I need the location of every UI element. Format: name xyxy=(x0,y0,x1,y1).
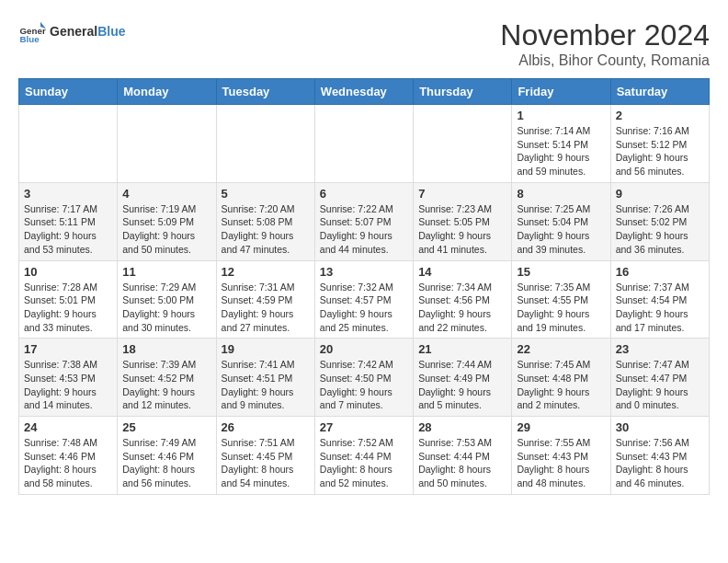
date-number: 5 xyxy=(222,187,310,201)
calendar-cell: 27Sunrise: 7:52 AM Sunset: 4:44 PM Dayli… xyxy=(314,417,413,495)
date-number: 15 xyxy=(517,265,605,279)
cell-info: Sunrise: 7:39 AM Sunset: 4:52 PM Dayligh… xyxy=(122,358,210,412)
calendar-cell: 25Sunrise: 7:49 AM Sunset: 4:46 PM Dayli… xyxy=(118,417,216,495)
date-number: 26 xyxy=(222,420,310,434)
date-number: 19 xyxy=(222,342,310,356)
date-number: 3 xyxy=(24,187,112,201)
day-header-saturday: Saturday xyxy=(610,79,709,105)
calendar-cell: 20Sunrise: 7:42 AM Sunset: 4:50 PM Dayli… xyxy=(314,339,413,417)
cell-info: Sunrise: 7:25 AM Sunset: 5:04 PM Dayligh… xyxy=(517,202,605,257)
calendar-cell: 26Sunrise: 7:51 AM Sunset: 4:45 PM Dayli… xyxy=(216,417,314,495)
calendar-cell: 29Sunrise: 7:55 AM Sunset: 4:43 PM Dayli… xyxy=(512,417,610,495)
page-title: November 2024 xyxy=(500,18,710,52)
header: General Blue GeneralBlue November 2024 A… xyxy=(18,18,710,69)
cell-info: Sunrise: 7:22 AM Sunset: 5:07 PM Dayligh… xyxy=(320,202,408,257)
date-number: 27 xyxy=(320,420,408,434)
calendar-cell: 5Sunrise: 7:20 AM Sunset: 5:08 PM Daylig… xyxy=(216,182,314,260)
calendar-cell: 7Sunrise: 7:23 AM Sunset: 5:05 PM Daylig… xyxy=(414,182,512,260)
date-number: 2 xyxy=(616,109,704,122)
calendar-cell: 1Sunrise: 7:14 AM Sunset: 5:14 PM Daylig… xyxy=(512,105,610,183)
calendar-cell: 15Sunrise: 7:35 AM Sunset: 4:55 PM Dayli… xyxy=(512,260,610,339)
cell-info: Sunrise: 7:23 AM Sunset: 5:05 PM Dayligh… xyxy=(418,202,506,257)
calendar-cell xyxy=(314,105,413,183)
day-header-sunday: Sunday xyxy=(19,79,118,105)
cell-info: Sunrise: 7:47 AM Sunset: 4:47 PM Dayligh… xyxy=(616,358,704,412)
date-number: 9 xyxy=(616,187,704,201)
calendar-cell: 11Sunrise: 7:29 AM Sunset: 5:00 PM Dayli… xyxy=(118,260,216,339)
cell-info: Sunrise: 7:20 AM Sunset: 5:08 PM Dayligh… xyxy=(222,202,310,257)
cell-info: Sunrise: 7:49 AM Sunset: 4:46 PM Dayligh… xyxy=(122,436,210,490)
cell-info: Sunrise: 7:16 AM Sunset: 5:12 PM Dayligh… xyxy=(616,124,704,178)
date-number: 28 xyxy=(418,420,506,434)
date-number: 21 xyxy=(418,342,506,356)
calendar-table: SundayMondayTuesdayWednesdayThursdayFrid… xyxy=(18,78,710,495)
date-number: 8 xyxy=(517,187,605,201)
date-number: 12 xyxy=(222,265,310,279)
cell-info: Sunrise: 7:44 AM Sunset: 4:49 PM Dayligh… xyxy=(418,358,506,412)
cell-info: Sunrise: 7:29 AM Sunset: 5:00 PM Dayligh… xyxy=(122,281,210,335)
calendar-cell xyxy=(216,105,314,183)
cell-info: Sunrise: 7:14 AM Sunset: 5:14 PM Dayligh… xyxy=(517,124,605,178)
cell-info: Sunrise: 7:52 AM Sunset: 4:44 PM Dayligh… xyxy=(320,436,408,490)
calendar-cell: 12Sunrise: 7:31 AM Sunset: 4:59 PM Dayli… xyxy=(216,260,314,339)
date-number: 4 xyxy=(122,187,210,201)
date-number: 7 xyxy=(418,187,506,201)
cell-info: Sunrise: 7:31 AM Sunset: 4:59 PM Dayligh… xyxy=(222,281,310,335)
logo-general: General xyxy=(50,24,97,39)
date-number: 22 xyxy=(517,342,605,356)
cell-info: Sunrise: 7:53 AM Sunset: 4:44 PM Dayligh… xyxy=(418,436,506,490)
cell-info: Sunrise: 7:38 AM Sunset: 4:53 PM Dayligh… xyxy=(24,358,112,412)
cell-info: Sunrise: 7:37 AM Sunset: 4:54 PM Dayligh… xyxy=(616,281,704,335)
calendar-cell: 6Sunrise: 7:22 AM Sunset: 5:07 PM Daylig… xyxy=(314,182,413,260)
title-area: November 2024 Albis, Bihor County, Roman… xyxy=(500,18,710,69)
date-number: 11 xyxy=(122,265,210,279)
cell-info: Sunrise: 7:41 AM Sunset: 4:51 PM Dayligh… xyxy=(222,358,310,412)
week-row-2: 3Sunrise: 7:17 AM Sunset: 5:11 PM Daylig… xyxy=(19,182,710,260)
logo-icon: General Blue xyxy=(18,18,46,46)
cell-info: Sunrise: 7:42 AM Sunset: 4:50 PM Dayligh… xyxy=(320,358,408,412)
week-row-5: 24Sunrise: 7:48 AM Sunset: 4:46 PM Dayli… xyxy=(19,417,710,495)
date-number: 29 xyxy=(517,420,605,434)
date-number: 18 xyxy=(122,342,210,356)
date-number: 1 xyxy=(517,109,605,122)
date-number: 14 xyxy=(418,265,506,279)
date-number: 6 xyxy=(320,187,408,201)
day-header-row: SundayMondayTuesdayWednesdayThursdayFrid… xyxy=(19,79,710,105)
day-header-friday: Friday xyxy=(512,79,610,105)
calendar-cell: 28Sunrise: 7:53 AM Sunset: 4:44 PM Dayli… xyxy=(414,417,512,495)
calendar-cell: 9Sunrise: 7:26 AM Sunset: 5:02 PM Daylig… xyxy=(610,182,709,260)
calendar-cell: 14Sunrise: 7:34 AM Sunset: 4:56 PM Dayli… xyxy=(414,260,512,339)
cell-info: Sunrise: 7:45 AM Sunset: 4:48 PM Dayligh… xyxy=(517,358,605,412)
day-header-thursday: Thursday xyxy=(414,79,512,105)
calendar-cell: 10Sunrise: 7:28 AM Sunset: 5:01 PM Dayli… xyxy=(19,260,118,339)
calendar-cell: 4Sunrise: 7:19 AM Sunset: 5:09 PM Daylig… xyxy=(118,182,216,260)
calendar-cell: 8Sunrise: 7:25 AM Sunset: 5:04 PM Daylig… xyxy=(512,182,610,260)
cell-info: Sunrise: 7:34 AM Sunset: 4:56 PM Dayligh… xyxy=(418,281,506,335)
cell-info: Sunrise: 7:35 AM Sunset: 4:55 PM Dayligh… xyxy=(517,281,605,335)
day-header-wednesday: Wednesday xyxy=(314,79,413,105)
calendar-cell: 22Sunrise: 7:45 AM Sunset: 4:48 PM Dayli… xyxy=(512,339,610,417)
page-subtitle: Albis, Bihor County, Romania xyxy=(500,52,710,69)
week-row-1: 1Sunrise: 7:14 AM Sunset: 5:14 PM Daylig… xyxy=(19,105,710,183)
calendar-cell: 24Sunrise: 7:48 AM Sunset: 4:46 PM Dayli… xyxy=(19,417,118,495)
date-number: 10 xyxy=(24,265,112,279)
calendar-cell: 21Sunrise: 7:44 AM Sunset: 4:49 PM Dayli… xyxy=(414,339,512,417)
calendar-cell xyxy=(19,105,118,183)
logo-blue: Blue xyxy=(97,24,125,39)
cell-info: Sunrise: 7:48 AM Sunset: 4:46 PM Dayligh… xyxy=(24,436,112,490)
cell-info: Sunrise: 7:55 AM Sunset: 4:43 PM Dayligh… xyxy=(517,436,605,490)
date-number: 25 xyxy=(122,420,210,434)
cell-info: Sunrise: 7:19 AM Sunset: 5:09 PM Dayligh… xyxy=(122,202,210,257)
calendar-cell: 23Sunrise: 7:47 AM Sunset: 4:47 PM Dayli… xyxy=(610,339,709,417)
svg-text:Blue: Blue xyxy=(20,34,40,44)
date-number: 17 xyxy=(24,342,112,356)
day-header-tuesday: Tuesday xyxy=(216,79,314,105)
cell-info: Sunrise: 7:32 AM Sunset: 4:57 PM Dayligh… xyxy=(320,281,408,335)
date-number: 24 xyxy=(24,420,112,434)
week-row-3: 10Sunrise: 7:28 AM Sunset: 5:01 PM Dayli… xyxy=(19,260,710,339)
week-row-4: 17Sunrise: 7:38 AM Sunset: 4:53 PM Dayli… xyxy=(19,339,710,417)
calendar-cell: 30Sunrise: 7:56 AM Sunset: 4:43 PM Dayli… xyxy=(610,417,709,495)
calendar-cell: 18Sunrise: 7:39 AM Sunset: 4:52 PM Dayli… xyxy=(118,339,216,417)
calendar-cell: 13Sunrise: 7:32 AM Sunset: 4:57 PM Dayli… xyxy=(314,260,413,339)
calendar-cell: 16Sunrise: 7:37 AM Sunset: 4:54 PM Dayli… xyxy=(610,260,709,339)
